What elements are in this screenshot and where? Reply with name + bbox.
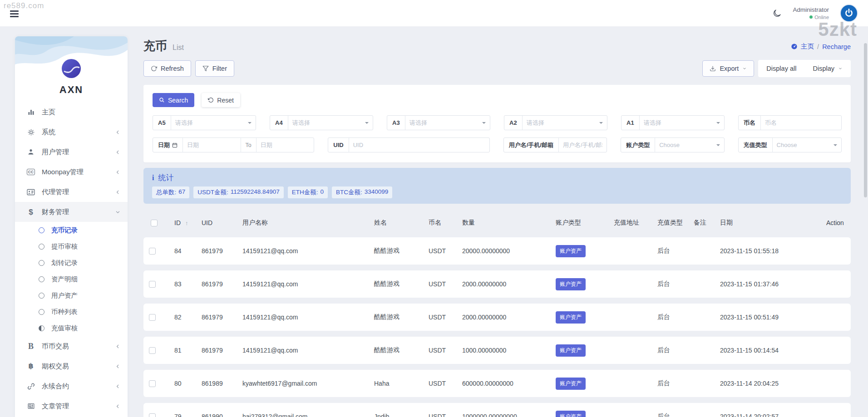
coin-input[interactable] xyxy=(761,116,841,130)
table-row: 81 861979 14159121@qq.com 酷酷游戏 USDT 1000… xyxy=(143,337,851,364)
chevron-left-icon xyxy=(115,130,120,135)
sidebar-item[interactable]: 文章管理 xyxy=(15,396,128,416)
sidebar-item[interactable]: 主页 xyxy=(15,102,128,122)
sidebar-item[interactable]: $ 财务管理 xyxy=(15,202,128,222)
account-type-badge: 账户资产 xyxy=(556,378,586,390)
filter-account: 用户名/手机/邮箱 xyxy=(503,137,607,152)
account-type-badge: 账户资产 xyxy=(556,411,586,417)
records-table: ID ↑ UID 用户名称 姓名 币名 xyxy=(143,214,851,417)
scrollbar[interactable] xyxy=(864,43,867,197)
row-checkbox[interactable] xyxy=(149,281,156,288)
user-block[interactable]: Administrator Online xyxy=(793,6,829,20)
export-button[interactable]: Export xyxy=(702,60,754,77)
filter-button[interactable]: Filter xyxy=(195,60,234,77)
a2-select[interactable] xyxy=(523,116,595,130)
sidebar-item[interactable]: 用户管理 xyxy=(15,142,128,162)
sidebar-subitem[interactable]: 提币审核 xyxy=(15,238,128,255)
row-checkbox[interactable] xyxy=(149,347,156,354)
chevron-left-icon xyxy=(115,150,120,155)
cell-username: kyawhtet6917@gmail.com xyxy=(235,380,367,387)
stats-badge: BTC金额:3340099 xyxy=(332,186,392,198)
sort-asc-icon[interactable]: ↑ xyxy=(185,220,188,226)
date-from-input[interactable] xyxy=(183,138,241,152)
cc-card-icon: CC xyxy=(26,169,36,176)
a5-select[interactable] xyxy=(171,116,244,130)
cell-uid: 861979 xyxy=(194,280,235,288)
dark-mode-icon[interactable] xyxy=(772,9,782,18)
table-header-cell[interactable]: 充值地址 xyxy=(607,219,650,227)
table-header-cell[interactable]: 账户类型 xyxy=(548,219,607,227)
sidebar-subitem[interactable]: 充值审核 xyxy=(15,320,128,336)
account-type-badge: 账户资产 xyxy=(556,344,586,357)
cell-id: 80 xyxy=(167,380,194,387)
table-header-cell[interactable] xyxy=(143,219,167,227)
a1-select[interactable] xyxy=(640,116,712,130)
recharge-type-select[interactable] xyxy=(773,138,829,152)
select-all-checkbox[interactable] xyxy=(151,220,158,226)
refresh-button[interactable]: Refresh xyxy=(143,60,191,77)
sidebar-item[interactable]: 永续合约 xyxy=(15,376,128,396)
row-checkbox[interactable] xyxy=(149,380,156,387)
chevron-left-icon xyxy=(115,190,120,195)
table-header-cell[interactable]: 姓名 xyxy=(367,219,421,227)
sidebar-item[interactable]: 代理管理 xyxy=(15,182,128,202)
cell-recharge-type: 后台 xyxy=(650,379,686,388)
caret-down-icon xyxy=(712,116,724,130)
filter-recharge-type: 充值类型 xyxy=(738,137,842,152)
table-header-cell[interactable]: 数量 xyxy=(455,219,548,227)
sidebar-subitem[interactable]: 划转记录 xyxy=(15,255,128,271)
table-header-cell[interactable]: 用户名称 xyxy=(235,219,367,227)
article-icon xyxy=(26,402,36,410)
sidebar-item[interactable]: CC Moonpay管理 xyxy=(15,162,128,182)
cell-date: 2023-11-14 20:04:25 xyxy=(713,380,819,387)
user-status: Online xyxy=(814,14,829,20)
cell-coin: USDT xyxy=(421,413,455,417)
table-header-cell[interactable]: 日期 xyxy=(713,219,819,227)
chevron-left-icon xyxy=(115,344,120,349)
reset-button[interactable]: Reset xyxy=(202,93,240,107)
cell-id: 83 xyxy=(167,280,194,288)
row-checkbox[interactable] xyxy=(149,413,156,417)
cell-date: 2023-11-15 01:55:18 xyxy=(713,247,819,255)
account-input[interactable] xyxy=(559,138,607,152)
a3-select[interactable] xyxy=(405,116,478,130)
gear-icon xyxy=(26,128,36,136)
table-header-cell[interactable]: 充值类型 xyxy=(650,219,686,227)
table-row: 83 861979 14159121@qq.com 酷酷游戏 USDT 2000… xyxy=(143,270,851,298)
sidebar-item[interactable]: ฿ 期权交易 xyxy=(15,356,128,376)
breadcrumb-current[interactable]: Recharge xyxy=(822,43,851,50)
avatar[interactable] xyxy=(840,4,858,22)
sidebar-subitem[interactable]: 资产明细 xyxy=(15,271,128,287)
account-type-badge: 账户资产 xyxy=(556,245,586,257)
display-all-button[interactable]: Display all xyxy=(758,60,804,77)
row-checkbox[interactable] xyxy=(149,248,156,255)
sidebar-subitem[interactable]: 充币记录 xyxy=(15,222,128,238)
breadcrumb-home[interactable]: 主页 xyxy=(801,42,814,51)
account-type-select[interactable] xyxy=(655,138,712,152)
cell-name: Haha xyxy=(367,380,421,387)
display-button[interactable]: Display xyxy=(804,60,851,77)
table-header-cell[interactable]: 备注 xyxy=(686,219,713,227)
bars-chart-icon xyxy=(26,108,36,116)
table-header-cell[interactable]: Action xyxy=(819,219,851,226)
account-type-badge: 账户资产 xyxy=(556,278,586,290)
a4-select[interactable] xyxy=(288,116,361,130)
menu-toggle-icon[interactable] xyxy=(10,10,19,19)
sidebar-item[interactable]: B 币币交易 xyxy=(15,336,128,356)
table-header-cell[interactable]: 币名 xyxy=(421,219,455,227)
cell-date: 2023-11-15 00:51:49 xyxy=(713,314,819,321)
cell-name: 酷酷游戏 xyxy=(367,247,421,255)
uid-input[interactable] xyxy=(349,138,489,152)
search-button[interactable]: Search xyxy=(153,93,194,107)
table-header-cell[interactable]: UID xyxy=(194,219,235,226)
user-icon xyxy=(26,148,36,156)
date-to-input[interactable] xyxy=(256,138,314,152)
sidebar-item[interactable]: 系统 xyxy=(15,122,128,142)
row-checkbox[interactable] xyxy=(149,314,156,321)
stats-badge: ETH金额:0 xyxy=(288,186,328,198)
sidebar-subitem[interactable]: 币种列表 xyxy=(15,304,128,320)
stats-badge: USDT金额:112592248.84907 xyxy=(193,186,283,198)
table-header-cell[interactable]: ID ↑ xyxy=(167,219,194,226)
sidebar-subitem[interactable]: 用户资产 xyxy=(15,287,128,304)
info-icon: i xyxy=(152,174,154,182)
